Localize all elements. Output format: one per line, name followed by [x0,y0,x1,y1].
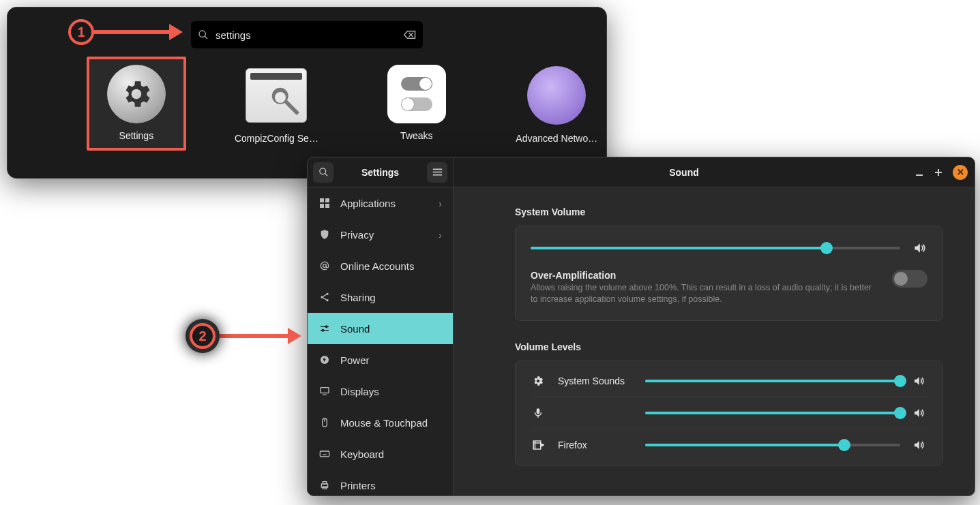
level-slider[interactable] [645,380,900,382]
volume-icon[interactable] [912,241,927,255]
system-volume-card: Over-Amplification Allows raising the vo… [515,226,943,321]
printer-icon [318,480,331,491]
level-slider[interactable] [645,412,900,414]
system-volume-slider[interactable] [531,247,900,249]
power-icon [318,354,331,365]
volume-levels-card: System Sounds [515,361,943,465]
volume-icon[interactable] [912,439,927,451]
sidebar-item-displays[interactable]: Displays [308,376,453,407]
volume-icon[interactable] [912,375,927,387]
hamburger-menu-button[interactable] [427,162,447,183]
over-amp-desc: Allows raising the volume above 100%. Th… [531,282,878,305]
app-item-compiz[interactable]: CompizConfig Se… [227,65,326,144]
level-row-system-sounds: System Sounds [531,365,927,397]
minimize-button[interactable] [915,168,924,177]
sidebar-item-applications[interactable]: Applications › [308,187,453,219]
sidebar-item-label: Applications [340,198,396,209]
sidebar-item-sound[interactable]: Sound [308,313,453,344]
over-amp-title: Over-Amplification [531,270,878,281]
sidebar-item-online-accounts[interactable]: Online Accounts [308,250,453,281]
svg-point-23 [322,329,324,331]
activities-search[interactable] [191,21,423,48]
tweaks-icon [387,65,446,123]
svg-point-4 [319,168,325,174]
sidebar-item-label: Mouse & Touchpad [340,417,428,429]
callout-badge: 2 [190,323,216,349]
sidebar-item-label: Sound [340,323,370,335]
app-item-tweaks[interactable]: Tweaks [367,65,466,144]
sliders-icon [318,323,331,334]
svg-rect-36 [323,482,326,484]
svg-line-5 [325,174,327,176]
sound-content: System Volume Over-Amplification Allows … [454,187,975,495]
clear-search-icon[interactable] [404,30,416,40]
gear-icon [531,375,546,387]
settings-sidebar: Applications › Privacy › Online Accounts… [308,187,454,495]
over-amp-toggle[interactable] [892,270,927,288]
sidebar-item-keyboard[interactable]: Keyboard [308,438,453,470]
svg-point-21 [325,326,327,328]
app-label: Tweaks [400,130,432,141]
callout-badge: 1 [68,19,94,45]
level-row-firefox: Firefox [531,429,927,461]
grid-icon [318,198,331,209]
search-input[interactable] [216,29,397,41]
shield-icon [318,229,331,240]
svg-line-1 [205,36,207,39]
chevron-right-icon: › [439,229,442,241]
sidebar-item-privacy[interactable]: Privacy › [308,219,453,250]
sidebar-item-label: Sharing [340,292,376,303]
app-label: Advanced Netwo… [516,133,597,144]
svg-rect-12 [320,198,324,202]
app-item-network[interactable]: Advanced Netwo… [507,65,606,144]
sidebar-item-power[interactable]: Power [308,344,453,376]
svg-rect-25 [321,388,329,393]
sidebar-item-label: Displays [340,386,379,397]
sidebar-item-printers[interactable]: Printers [308,470,453,495]
chevron-right-icon: › [439,198,442,209]
sidebar-search-button[interactable] [313,162,333,183]
compiz-icon [246,65,307,126]
svg-rect-13 [325,198,329,202]
callout-1: 1 [68,19,183,45]
system-volume-heading: System Volume [515,206,943,217]
level-label: Firefox [558,440,633,450]
app-label: Settings [119,130,154,141]
app-item-settings[interactable]: Settings [87,57,186,151]
settings-window: Settings Sound ✕ Applications › Privacy … [307,157,975,496]
sidebar-item-sharing[interactable]: Sharing [308,281,453,313]
maximize-button[interactable] [934,168,943,177]
app-label: CompizConfig Se… [235,133,318,144]
svg-point-16 [323,264,327,268]
close-button[interactable]: ✕ [953,165,968,180]
sidebar-item-label: Privacy [340,229,374,241]
sidebar-item-mouse-touchpad[interactable]: Mouse & Touchpad [308,407,453,438]
svg-rect-14 [320,204,324,208]
level-label: System Sounds [558,376,633,386]
volume-icon[interactable] [912,407,927,419]
search-icon [198,29,209,40]
level-row-microphone [531,397,927,429]
app-results: Settings CompizConfig Se… Tweaks Advance… [8,65,606,144]
sidebar-item-label: Power [340,354,370,366]
svg-marker-40 [541,444,544,447]
microphone-icon [531,407,546,419]
settings-icon [107,65,166,123]
slider-thumb[interactable] [820,242,833,254]
svg-rect-29 [320,451,329,457]
slider-fill [531,247,827,249]
callout-2: 2 [185,319,301,353]
sidebar-title: Settings [339,167,421,178]
sidebar-item-label: Keyboard [340,448,384,460]
level-slider[interactable] [645,444,900,446]
sidebar-item-label: Printers [340,480,376,491]
svg-point-0 [199,31,205,37]
display-icon [318,386,331,397]
page-title: Sound [454,167,915,178]
sidebar-item-label: Online Accounts [340,260,414,272]
titlebar: Settings Sound ✕ [308,157,975,187]
share-icon [318,292,331,303]
media-app-icon [531,439,546,451]
keyboard-icon [318,448,331,459]
svg-rect-15 [325,204,329,208]
